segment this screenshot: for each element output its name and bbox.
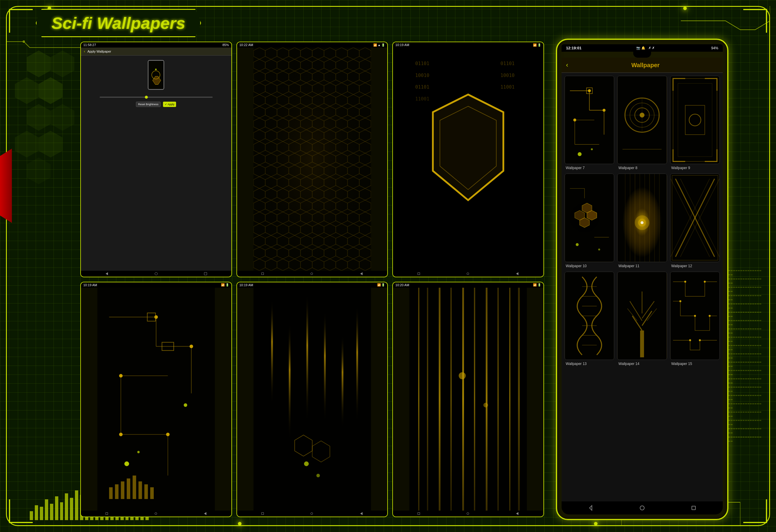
nav-home-icon[interactable] xyxy=(155,272,158,275)
screenshot-streams: 10:19 AM 📶 🔋 xyxy=(236,282,388,517)
wallpaper-label-11: Wallpaper 11 xyxy=(617,263,667,269)
statusbar-1: 11:58:27 85% xyxy=(81,42,231,47)
mockup-battery: 94% xyxy=(711,46,718,50)
wallpaper-item-12[interactable]: Walipaper 12 xyxy=(670,174,720,268)
svg-point-103 xyxy=(598,249,600,251)
svg-text:01101: 01101 xyxy=(501,61,515,66)
screenshot-shield: 10:19 AM 📶 🔋 01101 10010 01101 11001 011 xyxy=(392,42,544,277)
svg-rect-37 xyxy=(127,478,130,499)
wallpaper-thumb-15[interactable] xyxy=(670,272,720,360)
svg-rect-113 xyxy=(659,174,660,262)
apply-preview xyxy=(81,56,231,94)
wallpaper-item-9[interactable]: Wallpaper 9 xyxy=(670,76,720,171)
wallpaper-thumb-11[interactable] xyxy=(617,174,667,262)
svg-rect-34 xyxy=(109,487,113,499)
apply-title: Apply Wallpaper xyxy=(87,50,111,53)
wallpaper-label-9: Wallpaper 9 xyxy=(670,165,720,171)
svg-point-24 xyxy=(154,315,158,319)
mockup-icons: 📷 🔔 ✗ ✗ xyxy=(636,46,656,50)
wallpaper-item-11[interactable]: Wallpaper 11 xyxy=(617,174,667,268)
statusbar-2: 10:22 AM 📶 ▲ 🔋 xyxy=(237,42,388,47)
screenshot-circuit: 10:19 AM 📶 🔋 xyxy=(80,282,232,517)
svg-rect-55 xyxy=(427,288,428,511)
svg-text:01101: 01101 xyxy=(415,84,429,90)
wallpaper-thumb-9[interactable] xyxy=(670,76,720,164)
wallpaper-header: ‹ Wallpaper xyxy=(562,58,723,73)
svg-point-25 xyxy=(189,344,193,348)
wallpaper-item-7[interactable]: Wallpaper 7 xyxy=(565,76,614,171)
reset-brightness-button[interactable]: Reset Brightness xyxy=(136,102,161,107)
corner-br xyxy=(743,499,767,523)
time-5: 10:19 AM xyxy=(239,283,253,287)
wallpaper-thumb-13[interactable] xyxy=(565,272,614,360)
time-6: 10:20 AM xyxy=(395,283,409,287)
svg-rect-35 xyxy=(115,484,119,499)
svg-point-27 xyxy=(119,433,123,436)
wallpaper-item-8[interactable]: Wallpaper 8 xyxy=(617,76,667,171)
svg-rect-59 xyxy=(474,288,475,511)
svg-text:10010: 10010 xyxy=(501,72,515,78)
screenshot-dots: 10:22 AM 📶 ▲ 🔋 xyxy=(236,42,388,277)
corner-bl xyxy=(9,499,33,523)
svg-rect-39 xyxy=(139,481,142,499)
time-2: 10:22 AM xyxy=(239,43,253,47)
nav-recent-icon[interactable] xyxy=(204,272,207,275)
navbar-1 xyxy=(81,271,231,277)
phone-preview xyxy=(148,60,164,90)
svg-point-79 xyxy=(591,148,593,151)
nav-back-icon[interactable] xyxy=(106,272,108,275)
svg-rect-106 xyxy=(625,174,626,262)
wallpaper-thumb-14[interactable] xyxy=(617,272,667,360)
main-content: 11:58:27 85% ‹ Apply Wallpaper xyxy=(77,39,728,520)
wallpaper-thumb-10[interactable] xyxy=(565,174,614,262)
corner-tl xyxy=(9,9,33,33)
svg-rect-46 xyxy=(324,311,326,423)
svg-point-31 xyxy=(124,461,129,466)
svg-rect-48 xyxy=(356,305,358,423)
screenshot-vertical: 10:20 AM 📶 🔋 xyxy=(392,282,544,517)
svg-marker-98 xyxy=(580,218,589,228)
svg-rect-36 xyxy=(121,481,124,499)
wallpaper-label-15: Wallpaper 15 xyxy=(670,361,720,366)
svg-point-52 xyxy=(316,474,320,477)
svg-text:11001: 11001 xyxy=(415,96,429,102)
wallpaper-thumb-12[interactable] xyxy=(670,174,720,262)
nav-recent-icon[interactable] xyxy=(691,505,697,511)
svg-point-65 xyxy=(483,403,489,408)
wallpaper-item-10[interactable]: Wallpaper 10 xyxy=(565,174,614,268)
wallpaper-thumb-7[interactable] xyxy=(565,76,614,164)
wallpaper-item-14[interactable]: Wallpaper 14 xyxy=(617,272,667,366)
nav-home-icon[interactable] xyxy=(639,505,645,511)
apply-buttons: Reset Brightness ✓ Apply xyxy=(81,100,231,108)
mockup-notch xyxy=(633,52,651,58)
svg-point-26 xyxy=(119,374,123,377)
svg-point-145 xyxy=(680,300,682,302)
svg-rect-54 xyxy=(418,288,419,511)
hex-decoration xyxy=(9,45,74,223)
wallpaper-item-15[interactable]: Wallpaper 15 xyxy=(670,272,720,366)
navbar-6 xyxy=(393,511,543,517)
apply-back-icon[interactable]: ‹ xyxy=(84,49,85,53)
apply-button[interactable]: ✓ Apply xyxy=(163,102,176,107)
wallpaper-thumb-8[interactable] xyxy=(617,76,667,164)
svg-point-3 xyxy=(155,69,157,70)
svg-point-151 xyxy=(640,506,644,510)
wallpaper-item-13[interactable]: Wallpaper 13 xyxy=(565,272,614,366)
svg-rect-108 xyxy=(635,174,635,262)
svg-rect-134 xyxy=(640,330,644,357)
wallpaper-label-8: Wallpaper 8 xyxy=(617,165,667,171)
svg-point-146 xyxy=(694,315,696,317)
svg-rect-56 xyxy=(439,288,440,511)
time-1: 11:58:27 xyxy=(83,43,96,47)
wallpaper-back-button[interactable]: ‹ xyxy=(566,61,568,69)
mockup-screen[interactable]: ‹ Wallpaper xyxy=(562,58,723,501)
svg-text:11001: 11001 xyxy=(501,84,515,90)
brightness-slider[interactable] xyxy=(81,94,231,100)
nav-back-icon[interactable] xyxy=(588,505,594,511)
svg-point-143 xyxy=(684,281,686,283)
svg-rect-41 xyxy=(150,487,154,499)
svg-rect-45 xyxy=(306,293,308,423)
svg-point-64 xyxy=(459,372,466,379)
wallpaper-label-7: Wallpaper 7 xyxy=(565,165,614,171)
svg-rect-107 xyxy=(630,174,630,262)
